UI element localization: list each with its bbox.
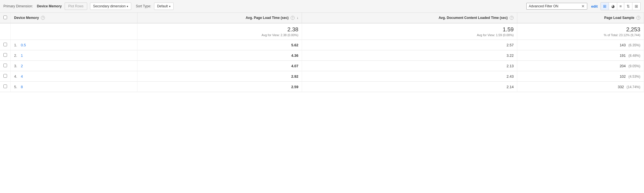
row-sample-pct: (9.05%): [628, 64, 640, 68]
grid-view-button[interactable]: ⊞: [601, 3, 609, 10]
row-sample-col: 102 (4.53%): [517, 71, 644, 82]
compare-icon: ⇅: [627, 4, 630, 8]
summary-avg-load-value: 2.38: [141, 26, 298, 33]
row-sample-col: 191 (8.48%): [517, 50, 644, 61]
col-sample-label: Page Load Sample: [604, 16, 634, 20]
row-avg-doc-col: 3.22: [302, 50, 517, 61]
sort-type-button[interactable]: Default ▾: [154, 3, 174, 10]
summary-avg-doc-col: 1.59 Avg for View: 1.59 (0.00%): [302, 23, 517, 40]
row-sample-pct: (14.74%): [627, 85, 640, 89]
row-dim-link[interactable]: 2: [21, 64, 23, 68]
col-avg-doc-label: Avg. Document Content Loaded Time (sec): [439, 16, 508, 20]
sort-type-value: Default: [157, 4, 168, 8]
summary-sample-value: 2,253: [521, 26, 640, 33]
summary-dim-col: [11, 23, 137, 40]
row-avg-load-value: 5.62: [291, 43, 298, 47]
col-header-dimension: Device Memory ?: [11, 13, 137, 23]
row-sample-pct: (8.48%): [628, 54, 640, 58]
col-header-avg-load: Avg. Page Load Time (sec) ? ↓: [137, 13, 302, 23]
row-avg-load-value: 4.07: [291, 64, 298, 68]
summary-avg-doc-sub: Avg for View: 1.59 (0.00%): [305, 33, 514, 37]
row-avg-load-col: 2.59: [137, 82, 302, 92]
row-avg-doc-value: 2.57: [507, 43, 514, 47]
row-avg-doc-col: 2.13: [302, 61, 517, 71]
row-sample-value: 191: [620, 53, 626, 58]
row-avg-load-value: 2.92: [291, 74, 298, 79]
row-number: 4.: [14, 74, 20, 79]
row-number: 3.: [14, 64, 20, 68]
row-checkbox-col: [0, 71, 11, 82]
row-dim-link[interactable]: 0.5: [21, 43, 26, 47]
table-row: 4. 4 2.92 2.43 102 (4.53%): [0, 71, 644, 82]
primary-dim-value: Device Memory: [37, 4, 62, 8]
table-row: 3. 2 4.07 2.13 204 (9.05%): [0, 61, 644, 71]
summary-avg-load-col: 2.38 Avg for View: 2.38 (0.00%): [137, 23, 302, 40]
pivot-view-button[interactable]: ⊞: [632, 3, 640, 10]
col-avg-load-help-icon[interactable]: ?: [291, 16, 295, 20]
row-dim-link[interactable]: 4: [21, 74, 23, 79]
row-checkbox-col: [0, 50, 11, 61]
row-sample-value: 143: [620, 43, 626, 47]
row-checkbox-col: [0, 40, 11, 50]
row-avg-doc-value: 2.14: [507, 85, 514, 89]
row-avg-load-col: 5.62: [137, 40, 302, 50]
row-dim-col: 1. 0.5: [11, 40, 137, 50]
row-sample-value: 204: [620, 64, 626, 68]
grid-icon: ⊞: [603, 4, 606, 8]
row-sample-value: 102: [620, 74, 626, 79]
filter-clear-button[interactable]: ✕: [581, 4, 585, 8]
toolbar: Primary Dimension: Device Memory Plot Ro…: [0, 0, 644, 13]
summary-sample-sub: % of Total: 23.12% (9,744): [521, 33, 640, 37]
table-row: 2. 1 4.36 3.22 191 (8.48%): [0, 50, 644, 61]
filter-input-wrapper: ✕: [526, 3, 587, 10]
row-sample-col: 143 (6.35%): [517, 40, 644, 50]
row-checkbox-3[interactable]: [3, 74, 7, 78]
advanced-filter-input[interactable]: [529, 4, 580, 8]
row-sample-col: 204 (9.05%): [517, 61, 644, 71]
row-dim-link[interactable]: 1: [21, 53, 23, 58]
chevron-down-icon-2: ▾: [169, 5, 170, 8]
col-dim-help-icon[interactable]: ?: [41, 16, 45, 20]
sort-arrow-icon: ↓: [297, 16, 298, 20]
list-view-button[interactable]: ≡: [617, 3, 624, 10]
summary-avg-doc-value: 1.59: [305, 26, 514, 33]
pie-view-button[interactable]: ◕: [609, 3, 617, 10]
row-checkbox-0[interactable]: [3, 43, 7, 46]
row-avg-load-value: 2.59: [291, 85, 298, 89]
sort-type-label: Sort Type:: [136, 4, 151, 8]
row-avg-doc-value: 2.43: [507, 74, 514, 79]
row-checkbox-4[interactable]: [3, 84, 7, 88]
row-number: 1.: [14, 43, 20, 47]
table-row: 1. 0.5 5.62 2.57 143 (6.35%): [0, 40, 644, 50]
summary-row: 2.38 Avg for View: 2.38 (0.00%) 1.59 Avg…: [0, 23, 644, 40]
row-avg-load-value: 4.36: [291, 53, 298, 58]
col-sample-help-icon[interactable]: ?: [636, 16, 640, 20]
row-avg-doc-value: 2.13: [507, 64, 514, 68]
row-avg-load-col: 2.92: [137, 71, 302, 82]
row-checkbox-1[interactable]: [3, 53, 7, 57]
row-sample-col: 332 (14.74%): [517, 82, 644, 92]
row-avg-load-col: 4.36: [137, 50, 302, 61]
row-number: 5.: [14, 85, 20, 89]
col-avg-load-label: Avg. Page Load Time (sec): [246, 16, 289, 20]
plot-rows-button[interactable]: Plot Rows: [65, 3, 87, 10]
row-avg-doc-col: 2.14: [302, 82, 517, 92]
edit-link[interactable]: edit: [591, 4, 598, 8]
secondary-dim-label: Secondary dimension: [93, 4, 126, 8]
select-all-checkbox[interactable]: [3, 16, 7, 19]
row-number: 2.: [14, 53, 20, 58]
row-dim-link[interactable]: 8: [21, 85, 23, 89]
table-row: 5. 8 2.59 2.14 332 (14.74%): [0, 82, 644, 92]
row-avg-doc-col: 2.57: [302, 40, 517, 50]
compare-view-button[interactable]: ⇅: [624, 3, 632, 10]
col-avg-doc-help-icon[interactable]: ?: [510, 16, 514, 20]
row-dim-col: 5. 8: [11, 82, 137, 92]
row-dim-col: 4. 4: [11, 71, 137, 82]
list-icon: ≡: [619, 4, 622, 8]
summary-avg-load-sub: Avg for View: 2.38 (0.00%): [141, 33, 298, 37]
table-header-row: Device Memory ? Avg. Page Load Time (sec…: [0, 13, 644, 23]
summary-check-col: [0, 23, 11, 40]
row-checkbox-2[interactable]: [3, 64, 7, 67]
row-sample-pct: (6.35%): [628, 43, 640, 47]
secondary-dimension-button[interactable]: Secondary dimension ▾: [90, 3, 131, 10]
